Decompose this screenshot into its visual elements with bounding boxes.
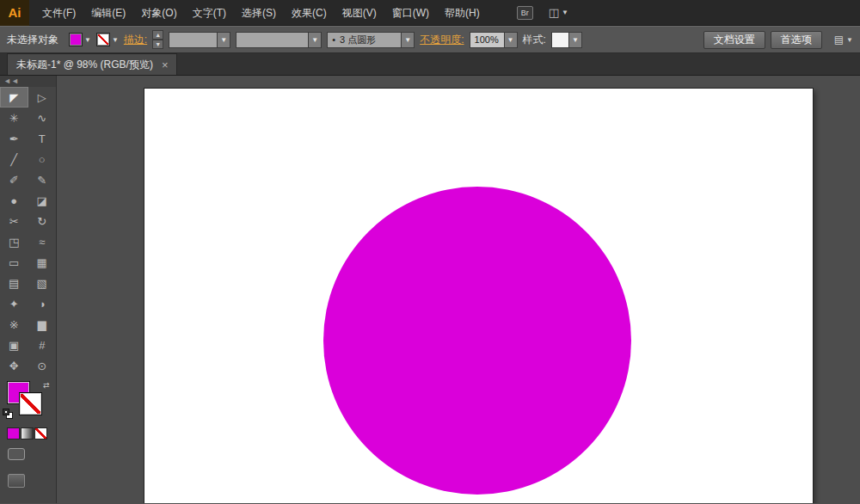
- chevron-down-icon[interactable]: ▼: [112, 36, 119, 44]
- menu-item-4[interactable]: 文字(T): [185, 0, 234, 26]
- free-transform-tool[interactable]: ▭: [0, 252, 28, 273]
- rotate-tool[interactable]: ↻: [28, 211, 57, 231]
- opacity-combo[interactable]: 100% ▼: [470, 32, 518, 48]
- style-swatch: [552, 33, 568, 47]
- chevron-down-icon: ▼: [846, 36, 853, 44]
- none-mode-button[interactable]: [34, 427, 47, 439]
- chevron-down-icon[interactable]: ▼: [504, 33, 517, 47]
- stroke-weight-combo[interactable]: ▼: [169, 32, 230, 48]
- preferences-button[interactable]: 首选项: [771, 31, 822, 49]
- document-tab[interactable]: 未标题-1* @ 98% (RGB/预览) ×: [7, 53, 177, 75]
- document-tab-title: 未标题-1* @ 98% (RGB/预览): [16, 58, 153, 72]
- stroke-color-control[interactable]: ▼: [96, 33, 119, 46]
- close-icon[interactable]: ×: [162, 58, 169, 71]
- fill-stroke-indicator: ⇄: [0, 379, 56, 424]
- stroke-panel-link[interactable]: 描边:: [124, 33, 147, 47]
- magenta-circle-shape[interactable]: [323, 187, 631, 495]
- blend-tool[interactable]: ◑: [28, 293, 57, 314]
- style-label: 样式:: [523, 33, 546, 47]
- control-panel-menu-button[interactable]: ▤ ▼: [834, 34, 853, 46]
- edit-toolbar-icon[interactable]: [8, 474, 25, 488]
- scissors-tool[interactable]: ✂: [0, 211, 28, 231]
- fill-color-control[interactable]: ▼: [69, 33, 91, 46]
- chevron-down-icon[interactable]: ▼: [401, 33, 414, 47]
- variable-width-profile-combo[interactable]: ▼: [236, 32, 322, 48]
- tools-grid: ◤▷✳∿✒T╱○✐✎●◪✂↻◳≈▭▦▤▧✦◑※▆▣#✥⊙: [0, 87, 56, 376]
- swap-fill-stroke-icon[interactable]: ⇄: [43, 381, 50, 390]
- zoom-tool[interactable]: ⊙: [28, 355, 57, 376]
- workspace-switcher-button[interactable]: ◫ ▼: [549, 6, 568, 19]
- menu-items: 文件(F)编辑(E)对象(O)文字(T)选择(S)效果(C)视图(V)窗口(W)…: [34, 0, 488, 26]
- magic-wand-tool[interactable]: ✳: [0, 108, 28, 128]
- menu-item-9[interactable]: 帮助(H): [437, 0, 488, 26]
- pencil-tool[interactable]: ✎: [28, 169, 57, 190]
- chevron-down-icon[interactable]: ▼: [217, 33, 230, 47]
- tools-panel: ◄◄ ◤▷✳∿✒T╱○✐✎●◪✂↻◳≈▭▦▤▧✦◑※▆▣#✥⊙ ⇄: [0, 76, 57, 503]
- ellipse-tool[interactable]: ○: [28, 149, 57, 169]
- stroke-weight-value: [169, 33, 217, 47]
- line-segment-tool[interactable]: ╱: [0, 149, 28, 169]
- stroke-weight-stepper[interactable]: ▲ ▼: [152, 31, 163, 48]
- menu-item-8[interactable]: 窗口(W): [384, 0, 437, 26]
- gradient-tool[interactable]: ▧: [28, 273, 57, 293]
- gradient-mode-button[interactable]: [21, 427, 34, 439]
- chevron-down-icon: ▼: [562, 9, 568, 16]
- panel-options-icon: ▤: [834, 34, 844, 46]
- default-fill-stroke-icon[interactable]: [3, 409, 14, 420]
- brush-definition-value: 3 点圆形: [340, 33, 401, 47]
- menu-bar: Ai 文件(F)编辑(E)对象(O)文字(T)选择(S)效果(C)视图(V)窗口…: [0, 0, 860, 26]
- document-setup-button[interactable]: 文档设置: [703, 31, 765, 49]
- selection-tool[interactable]: ◤: [0, 87, 28, 108]
- mesh-tool[interactable]: ▤: [0, 273, 28, 293]
- app-logo: Ai: [0, 0, 29, 26]
- main-area: ◄◄ ◤▷✳∿✒T╱○✐✎●◪✂↻◳≈▭▦▤▧✦◑※▆▣#✥⊙ ⇄: [0, 76, 860, 503]
- variable-width-profile-value: [236, 33, 308, 47]
- stepper-down-icon[interactable]: ▼: [152, 40, 163, 49]
- screen-mode-button[interactable]: [8, 448, 25, 460]
- menu-item-2[interactable]: 编辑(E): [83, 0, 133, 26]
- control-bar: 未选择对象 ▼ ▼ 描边: ▲ ▼ ▼ ▼ • 3 点圆形 ▼ 不透明度: 10…: [0, 26, 860, 53]
- chevron-down-icon[interactable]: ▼: [84, 36, 91, 44]
- document-tab-bar: 未标题-1* @ 98% (RGB/预览) ×: [0, 53, 860, 76]
- width-tool[interactable]: ≈: [28, 231, 57, 252]
- slice-tool[interactable]: #: [28, 335, 57, 355]
- paint-mode-buttons: [7, 427, 56, 439]
- pen-tool[interactable]: ✒: [0, 128, 28, 149]
- fill-color-swatch[interactable]: [69, 33, 83, 46]
- artboard-tool[interactable]: ▣: [0, 335, 28, 355]
- brush-bullet: •: [328, 33, 340, 47]
- chevron-down-icon[interactable]: ▼: [568, 33, 581, 47]
- type-tool[interactable]: T: [28, 128, 57, 149]
- bridge-launch-button[interactable]: Br: [517, 6, 533, 20]
- canvas-area[interactable]: [57, 76, 860, 503]
- menu-item-1[interactable]: 文件(F): [34, 0, 83, 26]
- scale-tool[interactable]: ◳: [0, 231, 28, 252]
- opacity-panel-link[interactable]: 不透明度:: [420, 33, 464, 47]
- brush-definition-combo[interactable]: • 3 点圆形 ▼: [327, 32, 415, 48]
- shape-builder-tool[interactable]: ▦: [28, 252, 57, 273]
- direct-selection-tool[interactable]: ▷: [28, 87, 57, 108]
- menu-item-6[interactable]: 效果(C): [284, 0, 335, 26]
- chevron-down-icon[interactable]: ▼: [308, 33, 321, 47]
- column-graph-tool[interactable]: ▆: [28, 314, 57, 335]
- artboard[interactable]: [144, 89, 813, 503]
- opacity-value: 100%: [470, 33, 504, 47]
- toolbar-collapse-button[interactable]: ◄◄: [0, 76, 56, 87]
- stroke-proxy-swatch[interactable]: [19, 392, 42, 415]
- blob-brush-tool[interactable]: ●: [0, 190, 28, 211]
- stepper-up-icon[interactable]: ▲: [152, 30, 163, 40]
- eraser-tool[interactable]: ◪: [28, 190, 57, 211]
- stroke-none-swatch[interactable]: [96, 33, 110, 46]
- eyedropper-tool[interactable]: ✦: [0, 293, 28, 314]
- hand-tool[interactable]: ✥: [0, 355, 28, 376]
- menu-item-5[interactable]: 选择(S): [234, 0, 284, 26]
- menu-item-3[interactable]: 对象(O): [133, 0, 184, 26]
- menu-item-7[interactable]: 视图(V): [335, 0, 384, 26]
- style-combo[interactable]: ▼: [551, 32, 582, 48]
- color-mode-button[interactable]: [7, 427, 20, 439]
- selection-status-label: 未选择对象: [7, 33, 58, 47]
- symbol-sprayer-tool[interactable]: ※: [0, 314, 28, 335]
- lasso-tool[interactable]: ∿: [28, 108, 57, 128]
- workspace-icon: ◫: [549, 6, 559, 19]
- paintbrush-tool[interactable]: ✐: [0, 169, 28, 190]
